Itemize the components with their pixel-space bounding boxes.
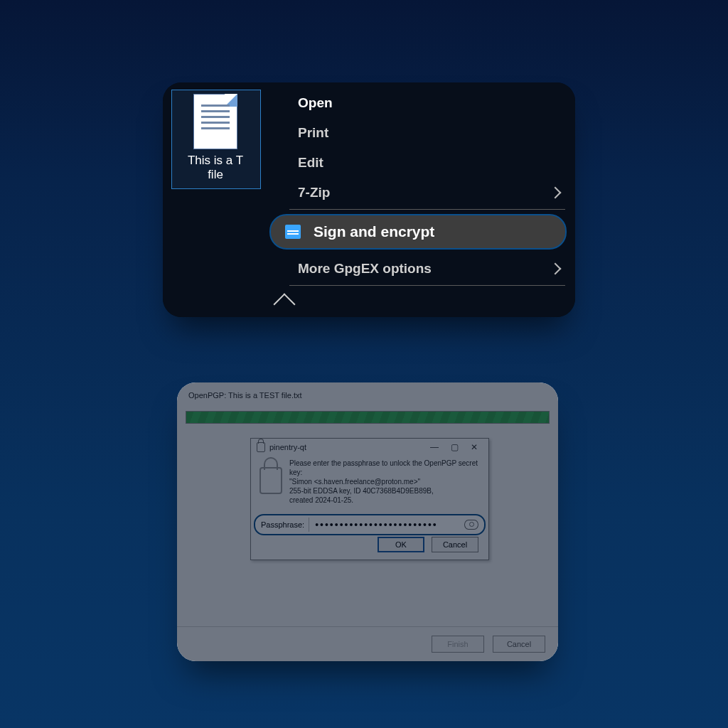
desktop-file[interactable]: This is a T file <box>178 94 252 182</box>
menu-label: Open <box>298 95 575 111</box>
menu-label: Edit <box>298 155 575 171</box>
context-menu: Open Print Edit 7-Zip Sign and encrypt M… <box>261 88 575 317</box>
menu-label: Sign and encrypt <box>314 223 434 240</box>
menu-item-more-gpgex[interactable]: More GpgEX options <box>261 254 575 284</box>
menu-item-open[interactable]: Open <box>261 88 575 118</box>
menu-item-edit[interactable]: Edit <box>261 148 575 178</box>
menu-item-7zip[interactable]: 7-Zip <box>261 178 575 208</box>
gpg-file-icon <box>285 225 301 239</box>
menu-label: Print <box>298 125 575 141</box>
file-name: This is a T file <box>178 154 252 182</box>
menu-label: More GpgEX options <box>298 261 575 277</box>
menu-item-share[interactable] <box>261 287 575 317</box>
menu-divider <box>289 285 565 286</box>
pinentry-panel: OpenPGP: This is a TEST file.txt pinentr… <box>177 382 558 661</box>
text-file-icon <box>193 94 237 149</box>
menu-label: 7-Zip <box>298 185 575 200</box>
menu-divider <box>289 209 565 210</box>
menu-item-sign-encrypt[interactable]: Sign and encrypt <box>269 214 567 250</box>
menu-item-print[interactable]: Print <box>261 118 575 148</box>
dim-overlay <box>177 382 558 661</box>
share-icon <box>273 293 295 315</box>
context-menu-panel: This is a T file Open Print Edit 7-Zip S… <box>163 82 575 317</box>
